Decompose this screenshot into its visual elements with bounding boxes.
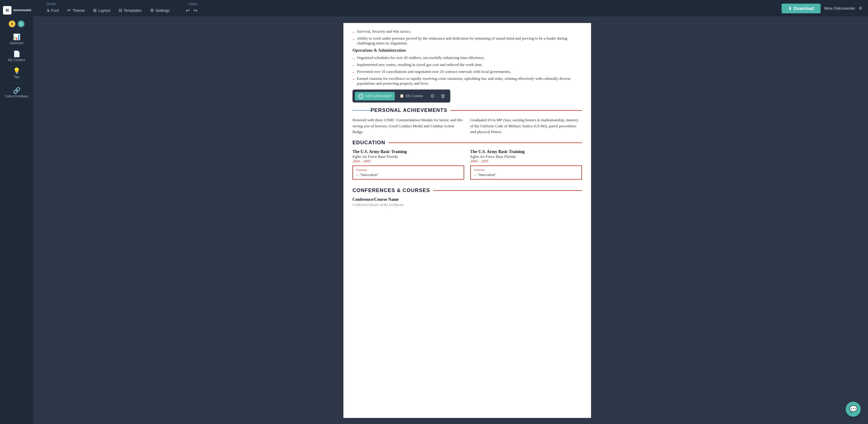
my-content-toolbar-button[interactable]: 📋 My Content xyxy=(396,92,427,100)
edu-right-courses-label: Courses xyxy=(474,168,575,171)
edu-right-courses-content: Courses – "Innovation" xyxy=(470,165,578,180)
delete-toolbar-button[interactable]: 🗑 xyxy=(438,92,448,101)
section-line-right xyxy=(450,110,582,111)
chat-icon: 💬 xyxy=(849,405,858,413)
content-icon: 📋 xyxy=(400,94,404,98)
conferences-header: CONFERENCES & COURSES xyxy=(352,188,582,195)
personal-achievements-header: PERSONAL ACHIEVEMENTS xyxy=(352,107,582,115)
edu-left-title: The U.S. Army Basic Training xyxy=(352,149,464,154)
edu-left-dates: 2004 – 2005 xyxy=(352,159,464,164)
bullet-item: – Ability to work under pressure proved … xyxy=(352,36,582,46)
education-line xyxy=(389,142,582,143)
utilities-label: Utilities xyxy=(184,2,198,6)
operations-title: Operations & Administration xyxy=(352,48,582,53)
edu-right-course-item: – "Innovation" xyxy=(474,173,575,177)
resume-scroll[interactable]: – Survival, Security and War tactics. – … xyxy=(66,17,868,424)
achievement-right: Graduated #3 in MP class, earning honors… xyxy=(470,117,582,135)
bracket-right-bar-2 xyxy=(578,165,582,180)
download-icon: ⬇ xyxy=(788,6,792,11)
notification-badges: 9 5 xyxy=(9,19,25,31)
achievements-two-col: Honored with three USMC Commendation Med… xyxy=(352,117,582,135)
bracket-right-bar xyxy=(461,165,464,180)
layout-button[interactable]: ⊞ Layout xyxy=(89,6,114,15)
download-button[interactable]: ⬇ Download xyxy=(782,4,820,13)
add-achievement-button[interactable]: + Add Achievement xyxy=(355,92,395,101)
my-content-icon: 📄 xyxy=(13,51,21,57)
collect-feedback-icon: 🔗 xyxy=(13,87,21,93)
templates-button[interactable]: ⊟ Templates xyxy=(115,6,146,15)
optimizer-icon: 📊 xyxy=(13,34,21,40)
sidebar: N novoresume 9 5 📊 Optimizer 📄 My Conten… xyxy=(0,0,33,424)
conference-block: Conference/Course Name Conference/Issuer… xyxy=(352,197,582,207)
edu-left-courses-label: Courses xyxy=(356,168,458,171)
education-two-col: The U.S. Army Basic Training Eglin Air F… xyxy=(352,149,582,183)
plus-circle-icon: + xyxy=(359,94,363,98)
theme-icon: ✏ xyxy=(67,8,71,13)
achievement-toolbar: + Add Achievement 📋 My Content ⚙ 🗑 xyxy=(352,89,450,103)
operations-bullet-4: – Earned citations for excellence in rap… xyxy=(352,76,582,86)
intro-bullet-list: – Survival, Security and War tactics. – … xyxy=(352,29,582,46)
undo-button[interactable]: ↩ xyxy=(184,6,191,15)
operations-section: Operations & Administration – Organized … xyxy=(352,48,582,86)
personal-achievements-title: PERSONAL ACHIEVEMENTS xyxy=(371,107,447,113)
edu-right: The U.S. Army Basic Training Eglin Air F… xyxy=(470,149,582,180)
templates-icon: ⊟ xyxy=(119,8,122,13)
main-area: – Survival, Security and War tactics. – … xyxy=(66,17,868,424)
edu-left-courses-bracket: Courses – "Innovation" xyxy=(352,165,464,180)
badge-5[interactable]: 5 xyxy=(18,21,25,27)
edu-right-dates: 2004 – 2005 xyxy=(470,159,582,164)
theme-button[interactable]: ✏ Theme xyxy=(63,6,89,15)
settings-button[interactable]: ⚙ Settings xyxy=(146,6,174,15)
hamburger-menu[interactable]: ≡ xyxy=(859,5,862,11)
edu-right-courses-bracket: Courses – "Innovation" xyxy=(470,165,582,180)
section-line-left xyxy=(352,110,371,111)
logo-text: novoresume xyxy=(13,8,31,12)
topbar-middle: Design 𝐀 Font ✏ Theme ⊞ Layout xyxy=(33,2,782,15)
achievement-left: Honored with three USMC Commendation Med… xyxy=(352,117,464,135)
tips-icon: 💡 xyxy=(13,68,21,74)
edu-left-institution: Eglin Air Force Base Florida xyxy=(352,154,464,159)
edu-right-title: The U.S. Army Basic Training xyxy=(470,149,582,154)
education-title: EDUCATION xyxy=(352,140,385,146)
edu-left: The U.S. Army Basic Training Eglin Air F… xyxy=(352,149,464,180)
conference-issuer: Conference/Issuer of the certificate xyxy=(352,203,582,207)
edu-left-courses-content: Courses – "Innovation" xyxy=(352,165,461,180)
sidebar-item-collect-feedback[interactable]: 🔗 Collect Feedback xyxy=(0,84,33,101)
badge-9[interactable]: 9 xyxy=(9,21,16,27)
conferences-line xyxy=(433,190,582,191)
intro-bullets: – Survival, Security and War tactics. – … xyxy=(352,29,582,46)
topbar-right: ⬇ Download Mine Dokumenter ≡ xyxy=(782,4,868,13)
font-button[interactable]: 𝐀 Font xyxy=(42,6,63,15)
logo-area: N novoresume xyxy=(0,4,33,19)
mine-dokumenter-link[interactable]: Mine Dokumenter xyxy=(824,6,855,10)
conferences-title: CONFERENCES & COURSES xyxy=(352,188,430,194)
education-header: EDUCATION xyxy=(352,140,582,147)
operations-bullet-2: – Implemented new routes, resulting in s… xyxy=(352,62,582,67)
bullet-item: – Survival, Security and War tactics. xyxy=(352,29,582,34)
design-label: Design xyxy=(42,2,56,5)
trash-icon: 🗑 xyxy=(441,93,445,98)
font-icon: 𝐀 xyxy=(46,8,50,13)
gear-icon: ⚙ xyxy=(430,93,435,98)
settings-icon: ⚙ xyxy=(150,8,154,13)
topbar: Design 𝐀 Font ✏ Theme ⊞ Layout xyxy=(33,0,868,17)
resume-content: – Survival, Security and War tactics. – … xyxy=(343,23,591,216)
sidebar-item-my-content[interactable]: 📄 My Content xyxy=(0,48,33,65)
resume-page: – Survival, Security and War tactics. – … xyxy=(343,23,591,418)
layout-icon: ⊞ xyxy=(93,8,97,13)
operations-bullet-1: – Organized schedules for over 45 soldie… xyxy=(352,55,582,60)
settings-toolbar-button[interactable]: ⚙ xyxy=(428,91,437,101)
sidebar-item-tips[interactable]: 💡 Tips xyxy=(0,65,33,82)
sidebar-divider xyxy=(3,83,30,83)
operations-bullet-3: – Prevented over 10 cancellations and ne… xyxy=(352,69,582,75)
edu-left-course-item: – "Innovation" xyxy=(356,173,458,177)
conference-name: Conference/Course Name xyxy=(352,197,582,202)
edu-right-institution: Eglin Air Force Base Florida xyxy=(470,154,582,159)
topbar-separator xyxy=(179,4,179,13)
sidebar-item-optimizer[interactable]: 📊 Optimizer xyxy=(0,31,33,48)
operations-bullets: – Organized schedules for over 45 soldie… xyxy=(352,55,582,86)
logo-icon: N xyxy=(3,6,11,15)
redo-button[interactable]: ↪ xyxy=(191,6,199,15)
chat-bubble[interactable]: 💬 xyxy=(846,402,861,417)
